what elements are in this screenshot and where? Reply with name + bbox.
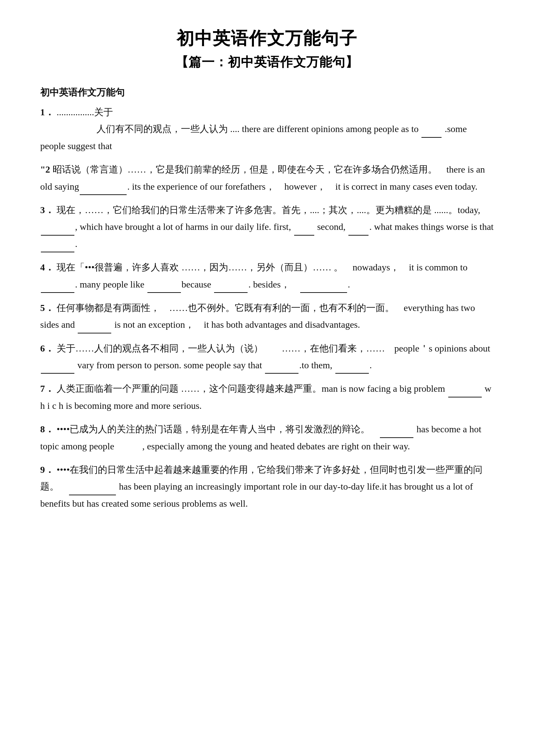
blank-6c bbox=[335, 365, 369, 374]
blank-9a bbox=[69, 487, 116, 495]
para-num-4: 4． bbox=[40, 262, 54, 272]
paragraph-6: 6． 关于……人们的观点各不相同，一些人认为（说） ……，在他们看来，…… pe… bbox=[40, 340, 494, 374]
para-6-end: . bbox=[370, 360, 372, 370]
para-num-5: 5． bbox=[40, 303, 54, 313]
para-num-1: 1． bbox=[40, 107, 54, 117]
blank-2a bbox=[80, 186, 127, 195]
para-1-dotted: ................关于 bbox=[57, 107, 113, 117]
page-title: 初中英语作文万能句子 bbox=[40, 27, 494, 50]
para-7-cn: 人类正面临着一个严重的问题 ……，这个问题变得越来越严重。man is now … bbox=[57, 383, 448, 394]
para-6-cn: 关于……人们的观点各不相同，一些人认为（说） ……，在他们看来，…… peopl… bbox=[57, 343, 490, 354]
paragraph-2: "2 昭话说（常言道）……，它是我们前辈的经历，但是，即使在今天，它在许多场合仍… bbox=[40, 161, 494, 195]
blank-6b bbox=[265, 365, 298, 374]
para-num-8: 8． bbox=[40, 424, 54, 434]
blank-3b bbox=[294, 227, 314, 236]
para-4-end: . bbox=[348, 279, 350, 290]
para-9-en: has been playing an increasingly importa… bbox=[40, 481, 473, 508]
paragraph-7: 7． 人类正面临着一个严重的问题 ……，这个问题变得越来越严重。man is n… bbox=[40, 380, 494, 414]
para-5-en: is not an exception， it has both advanta… bbox=[112, 319, 360, 330]
paragraph-8: 8． ••••已成为人的关注的热门话题，特别是在年青人当中，将引发激烈的辩论。 … bbox=[40, 421, 494, 455]
blank-3a bbox=[41, 227, 74, 236]
blank-3c bbox=[348, 227, 369, 236]
blank-3d bbox=[41, 244, 74, 252]
content-area: 初中英语作文万能句 1． ................关于 人们有不同的观点… bbox=[40, 84, 494, 512]
blank-8a bbox=[380, 429, 413, 438]
para-3-end: . bbox=[75, 239, 77, 249]
blank-5a bbox=[78, 325, 111, 333]
para-4-en1: . many people like bbox=[75, 279, 147, 290]
section-header: 初中英语作文万能句 bbox=[40, 84, 494, 101]
paragraph-1: 1． ................关于 人们有不同的观点，一些人认为 ...… bbox=[40, 104, 494, 154]
blank-6a bbox=[41, 365, 74, 374]
para-3-cn: 现在，……，它们给我们的日常生活带来了许多危害。首先，....；其次，....。… bbox=[57, 205, 480, 215]
para-2-en: . its the experience of our forefathers，… bbox=[127, 181, 477, 192]
page-subtitle: 【篇一：初中英语作文万能句】 bbox=[40, 54, 494, 71]
para-num-7: 7． bbox=[40, 383, 54, 394]
para-num-3: 3． bbox=[40, 205, 54, 215]
blank-4c bbox=[214, 284, 248, 293]
para-num-6: 6． bbox=[40, 343, 54, 354]
blank-4d bbox=[300, 284, 347, 293]
paragraph-9: 9． ••••在我们的日常生活中起着越来越重要的作用，它给我们带来了许多好处，但… bbox=[40, 461, 494, 512]
para-4-cn: 现在「•••很普遍，许多人喜欢 ……，因为……，另外（而且）…… 。 nowad… bbox=[57, 262, 467, 272]
para-3-en2: second, bbox=[315, 222, 348, 232]
para-8-cn: ••••已成为人的关注的热门话题，特别是在年青人当中，将引发激烈的辩论。 bbox=[57, 424, 379, 434]
para-6-en1: vary from person to person. some people … bbox=[75, 360, 264, 370]
para-1-cn: 人们有不同的观点，一些人认为 .... there are different … bbox=[40, 124, 421, 134]
para-4-en3: . besides， bbox=[248, 279, 299, 290]
paragraph-5: 5． 任何事物都是有两面性， ……也不例外。它既有有利的一面，也有不利的一面。 … bbox=[40, 300, 494, 333]
blank-1a bbox=[421, 129, 442, 138]
blank-7a bbox=[448, 389, 482, 397]
para-3-en3: . what makes things worse is that bbox=[369, 222, 493, 232]
para-4-en2: because bbox=[182, 279, 214, 290]
paragraph-4: 4． 现在「•••很普遍，许多人喜欢 ……，因为……，另外（而且）…… 。 no… bbox=[40, 259, 494, 293]
para-6-en2: .to them, bbox=[299, 360, 335, 370]
para-num-2: "2 bbox=[40, 164, 50, 175]
paragraph-3: 3． 现在，……，它们给我们的日常生活带来了许多危害。首先，....；其次，..… bbox=[40, 202, 494, 252]
blank-4b bbox=[147, 284, 181, 293]
para-3-en1: , which have brought a lot of harms in o… bbox=[75, 222, 293, 232]
blank-4a bbox=[41, 284, 74, 293]
para-num-9: 9． bbox=[40, 464, 54, 475]
